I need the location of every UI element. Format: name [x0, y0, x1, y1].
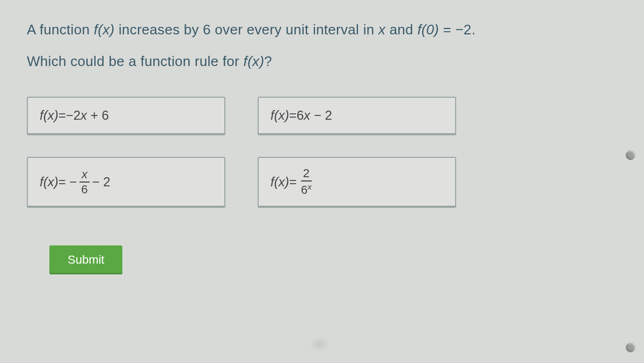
option-lhs: f(x) — [40, 175, 58, 190]
option-c[interactable]: f(x) = −x6 − 2 — [27, 157, 225, 208]
option-a[interactable]: f(x) = −2x + 6 — [27, 97, 225, 135]
numerator: 2 — [301, 168, 312, 182]
f0-notation: f(0) — [418, 21, 439, 38]
question-line-2: Which could be a function rule for f(x)? — [27, 53, 617, 70]
option-d[interactable]: f(x) = 26x — [258, 157, 456, 208]
equals: = — [289, 175, 297, 190]
nav-dot-icon[interactable] — [626, 150, 635, 160]
option-b[interactable]: f(x) = 6x − 2 — [258, 97, 456, 135]
equals: = — [58, 108, 66, 123]
fraction: 26x — [299, 168, 314, 196]
equals: = — [289, 108, 297, 123]
nav-dot-icon[interactable] — [626, 343, 635, 352]
denominator: 6 — [79, 183, 90, 195]
fx-notation: f(x) — [244, 53, 265, 69]
option-lhs: f(x) — [270, 108, 289, 123]
options-grid: f(x) = −2x + 6 f(x) = 6x − 2 f(x) = −x6 … — [27, 97, 617, 208]
text: ? — [264, 53, 272, 69]
text: = −2. — [439, 21, 475, 38]
numerator: x — [79, 169, 90, 183]
text: and — [385, 21, 417, 38]
option-rhs: −2x + 6 — [66, 108, 109, 123]
option-lhs: f(x) — [40, 108, 58, 123]
question-line-1: A function f(x) increases by 6 over ever… — [27, 21, 617, 38]
x-var: x — [378, 21, 385, 38]
denominator: 6x — [299, 182, 314, 196]
submit-button[interactable]: Submit — [49, 245, 122, 274]
fx-notation: f(x) — [94, 21, 115, 38]
option-lhs: f(x) — [270, 175, 289, 190]
screen-smudge — [309, 336, 331, 352]
text: Which could be a function rule for — [27, 53, 244, 69]
fraction: x6 — [79, 169, 90, 195]
equals: = − — [58, 175, 77, 190]
text: A function — [27, 21, 94, 38]
text: increases by 6 over every unit interval … — [114, 21, 378, 38]
tail: − 2 — [92, 175, 111, 190]
option-rhs: 6x − 2 — [297, 108, 332, 123]
